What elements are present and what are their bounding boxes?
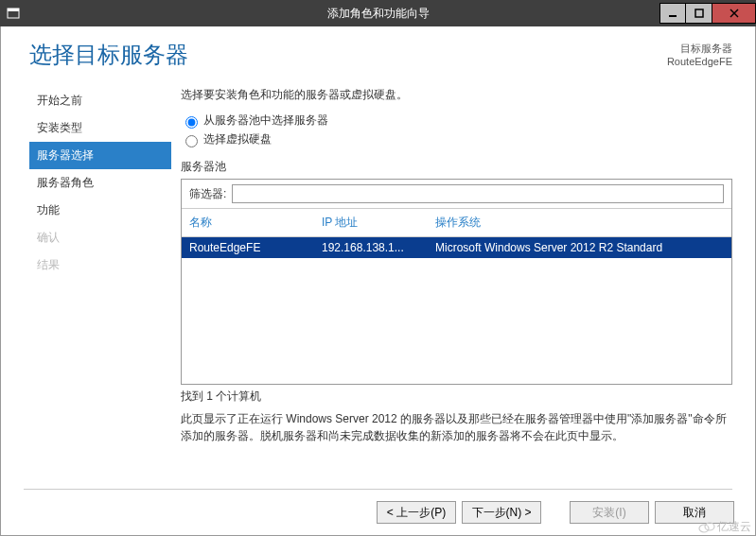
- install-button: 安装(I): [570, 501, 649, 524]
- window-title: 添加角色和功能向导: [0, 0, 756, 26]
- wizard-footer: < 上一步(P) 下一步(N) > 安装(I) 取消: [1, 490, 755, 535]
- column-ip[interactable]: IP 地址: [322, 215, 435, 231]
- cell-name: RouteEdgeFE: [189, 241, 322, 254]
- found-count-text: 找到 1 个计算机: [181, 389, 732, 405]
- app-icon: [0, 0, 26, 26]
- column-os[interactable]: 操作系统: [435, 215, 724, 231]
- content-panel: 选择要安装角色和功能的服务器或虚拟硬盘。 从服务器池中选择服务器 选择虚拟硬盘 …: [171, 87, 755, 446]
- server-pool-label: 服务器池: [181, 159, 732, 175]
- table-header: 名称 IP 地址 操作系统: [182, 209, 731, 237]
- target-label: 目标服务器: [667, 42, 732, 55]
- minimize-button[interactable]: [659, 3, 686, 24]
- previous-button[interactable]: < 上一步(P): [377, 501, 456, 524]
- radio-vhd-input[interactable]: [185, 135, 198, 147]
- step-features[interactable]: 功能: [29, 197, 171, 224]
- instruction-text: 选择要安装角色和功能的服务器或虚拟硬盘。: [181, 87, 732, 103]
- radio-vhd[interactable]: 选择虚拟硬盘: [181, 131, 732, 147]
- main-area: 开始之前 安装类型 服务器选择 服务器角色 功能 确认 结果 选择要安装角色和功…: [1, 78, 755, 446]
- note-text: 此页显示了正在运行 Windows Server 2012 的服务器以及那些已经…: [181, 410, 732, 444]
- header-area: 选择目标服务器 目标服务器 RouteEdgeFE: [1, 26, 755, 78]
- step-before-begin[interactable]: 开始之前: [29, 87, 171, 114]
- filter-label: 筛选器:: [189, 186, 226, 202]
- svg-rect-3: [695, 9, 703, 17]
- cell-os: Microsoft Windows Server 2012 R2 Standar…: [435, 241, 724, 254]
- step-server-roles[interactable]: 服务器角色: [29, 169, 171, 197]
- radio-server-pool-label: 从服务器池中选择服务器: [203, 112, 328, 129]
- wizard-sidebar: 开始之前 安装类型 服务器选择 服务器角色 功能 确认 结果: [1, 87, 171, 446]
- radio-server-pool[interactable]: 从服务器池中选择服务器: [181, 112, 732, 129]
- target-name: RouteEdgeFE: [667, 55, 732, 68]
- window-controls: [659, 3, 756, 24]
- maximize-button[interactable]: [686, 3, 712, 24]
- server-pool-box: 筛选器: 名称 IP 地址 操作系统 RouteEdgeFE 192.168.1…: [181, 179, 732, 385]
- step-install-type[interactable]: 安装类型: [29, 114, 171, 142]
- cancel-button[interactable]: 取消: [655, 501, 734, 524]
- filter-input[interactable]: [232, 184, 724, 203]
- table-row[interactable]: RouteEdgeFE 192.168.138.1... Microsoft W…: [182, 237, 731, 258]
- title-bar: 添加角色和功能向导: [0, 0, 756, 26]
- window-body: 选择目标服务器 目标服务器 RouteEdgeFE 开始之前 安装类型 服务器选…: [0, 26, 756, 536]
- cell-ip: 192.168.138.1...: [322, 241, 435, 254]
- table-body: RouteEdgeFE 192.168.138.1... Microsoft W…: [182, 237, 731, 384]
- page-title: 选择目标服务器: [29, 40, 732, 70]
- column-name[interactable]: 名称: [189, 215, 322, 231]
- svg-rect-1: [8, 9, 19, 11]
- radio-server-pool-input[interactable]: [185, 116, 198, 129]
- filter-row: 筛选器:: [182, 180, 731, 209]
- step-server-selection[interactable]: 服务器选择: [29, 142, 171, 169]
- close-button[interactable]: [712, 3, 756, 24]
- radio-vhd-label: 选择虚拟硬盘: [203, 131, 272, 147]
- step-results: 结果: [29, 251, 171, 279]
- next-button[interactable]: 下一步(N) >: [462, 501, 541, 524]
- target-info: 目标服务器 RouteEdgeFE: [667, 42, 732, 68]
- step-confirmation: 确认: [29, 224, 171, 251]
